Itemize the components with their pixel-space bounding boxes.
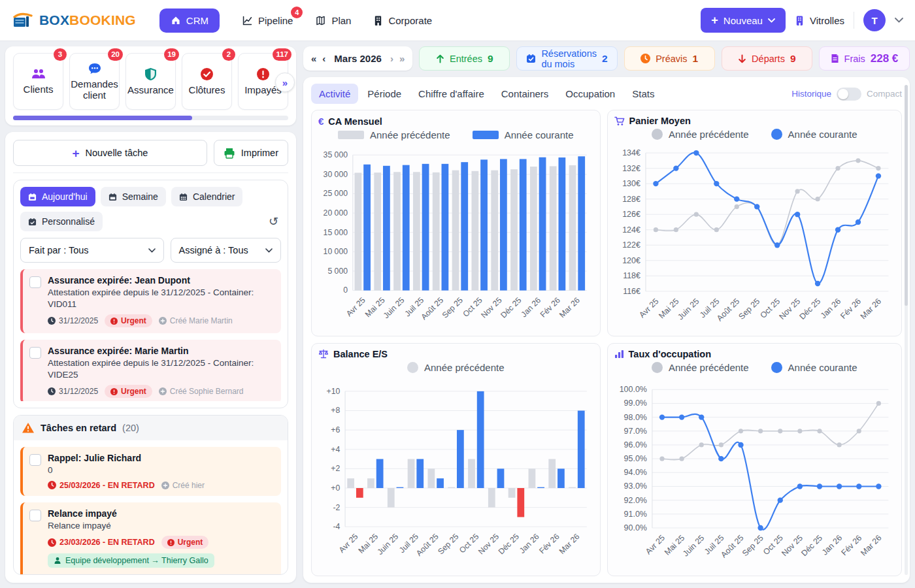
task-item[interactable]: Assurance expirée: Marie Martin Attestat… bbox=[20, 340, 281, 401]
nav-item-plan[interactable]: Plan bbox=[315, 15, 351, 26]
tab-stats[interactable]: Stats bbox=[624, 84, 662, 104]
reservations-badge[interactable]: Réservations du mois 2 bbox=[516, 46, 617, 71]
svg-text:Jan 26: Jan 26 bbox=[519, 295, 542, 319]
panel-scrollbar-thumb[interactable] bbox=[905, 85, 908, 306]
boxbooking-logo[interactable]: BOXBOOKING bbox=[12, 12, 136, 29]
assigne-select[interactable]: Assigné à : Tous bbox=[171, 238, 281, 263]
svg-text:30 000: 30 000 bbox=[324, 170, 348, 179]
task-checkbox[interactable] bbox=[29, 276, 41, 288]
urgent-badge: Urgent bbox=[105, 385, 152, 398]
preavis-badge[interactable]: Préavis 1 bbox=[624, 46, 715, 71]
task-description: Attestation expirée depuis le 31/12/2025… bbox=[48, 357, 274, 380]
taux-occupation-chart: 90.0%91.0%92.0%93.0%94.0%95.0%96.0%97.0%… bbox=[614, 373, 895, 573]
line-chart-icon bbox=[242, 15, 253, 26]
history-icon[interactable]: ↺ bbox=[269, 216, 278, 227]
historique-compact-toggle[interactable] bbox=[837, 88, 861, 101]
next-year-button[interactable]: » bbox=[399, 53, 405, 64]
task-checkbox[interactable] bbox=[29, 454, 41, 466]
new-button[interactable]: + Nouveau bbox=[701, 8, 786, 33]
svg-text:Sep 25: Sep 25 bbox=[737, 297, 761, 321]
view-tab-aujourdhui[interactable]: Aujourd'hui bbox=[20, 187, 95, 206]
late-section-count: (20) bbox=[122, 423, 139, 433]
svg-text:Nov 25: Nov 25 bbox=[780, 533, 805, 558]
task-created: Créé hier bbox=[161, 481, 205, 490]
task-title: Assurance expirée: Marie Martin bbox=[48, 346, 274, 356]
print-button[interactable]: Imprimer bbox=[214, 140, 288, 166]
task-item[interactable]: Assurance expirée: Jean Dupont Attestati… bbox=[20, 269, 281, 333]
prev-year-button[interactable]: « bbox=[311, 53, 316, 64]
next-month-button[interactable]: › bbox=[390, 53, 393, 64]
top-navbar: BOXBOOKING CRM Pipeline 4 Plan Corporate… bbox=[0, 0, 915, 41]
task-title: Assurance expirée: Jean Dupont bbox=[48, 275, 274, 286]
tab-periode[interactable]: Période bbox=[359, 84, 409, 104]
avatar[interactable]: T bbox=[863, 9, 886, 31]
svg-text:Fév 26: Fév 26 bbox=[839, 533, 863, 557]
stat-label: Clients bbox=[24, 84, 54, 95]
stat-label: Demandes client bbox=[70, 79, 119, 101]
frais-badge[interactable]: Frais 228 € bbox=[819, 46, 910, 71]
stat-clients[interactable]: 3 Clients bbox=[13, 53, 63, 110]
svg-text:Nov 25: Nov 25 bbox=[476, 532, 501, 556]
nav-label: Plan bbox=[331, 15, 351, 26]
task-checkbox[interactable] bbox=[29, 347, 41, 359]
stats-scrollbar-thumb[interactable] bbox=[13, 116, 192, 120]
nav-item-crm[interactable]: CRM bbox=[159, 8, 220, 33]
ca-mensuel-chart: 05 00010 00015 00020 00025 00030 00035 0… bbox=[318, 140, 593, 333]
euro-icon: € bbox=[318, 116, 324, 127]
task-item[interactable]: Rappel: Julie Richard 0 25/03/2026 - EN … bbox=[20, 447, 281, 496]
svg-text:99.0%: 99.0% bbox=[624, 399, 646, 408]
alert-icon bbox=[110, 318, 118, 325]
svg-text:+2: +2 bbox=[331, 464, 340, 473]
urgent-badge: Urgent bbox=[105, 314, 152, 327]
svg-text:Déc 25: Déc 25 bbox=[799, 533, 824, 558]
tab-containers[interactable]: Containers bbox=[493, 84, 557, 104]
stat-clotures[interactable]: 2 Clôtures bbox=[182, 53, 232, 110]
task-item[interactable]: Relance impayé Relance impayé 23/03/2026… bbox=[20, 502, 281, 575]
chart-legend: Année précédenteAnnée courante bbox=[318, 129, 593, 140]
chat-icon bbox=[88, 62, 102, 75]
view-tab-personnalise[interactable]: Personnalisé bbox=[20, 212, 103, 231]
panel-scrollbar[interactable] bbox=[905, 85, 908, 575]
svg-text:Nov 25: Nov 25 bbox=[777, 297, 802, 321]
svg-text:0: 0 bbox=[343, 286, 348, 295]
location-selector[interactable]: Vitrolles bbox=[795, 15, 844, 26]
svg-text:Jan 26: Jan 26 bbox=[818, 297, 842, 320]
view-tab-semaine[interactable]: Semaine bbox=[101, 187, 166, 206]
entrees-badge[interactable]: Entrées 9 bbox=[419, 46, 510, 71]
building-icon bbox=[373, 15, 383, 26]
view-tab-calendrier[interactable]: Calendrier bbox=[171, 187, 243, 206]
svg-text:Avr 25: Avr 25 bbox=[643, 533, 666, 556]
stat-demandes-client[interactable]: 20 Demandes client bbox=[69, 53, 120, 110]
svg-text:Avr 25: Avr 25 bbox=[637, 297, 660, 319]
balance-es-card: Balance E/S Année précédente -4-2+0+2+4+… bbox=[311, 343, 601, 576]
arrow-up-icon bbox=[436, 54, 444, 63]
prev-month-button[interactable]: ‹ bbox=[322, 53, 325, 64]
departs-badge[interactable]: Départs 9 bbox=[722, 46, 812, 71]
tab-activite[interactable]: Activité bbox=[311, 84, 358, 104]
svg-text:91.0%: 91.0% bbox=[624, 510, 646, 519]
nav-label: CRM bbox=[186, 15, 208, 26]
badge-value: 228 € bbox=[871, 52, 899, 65]
legend-swatch bbox=[771, 129, 782, 140]
stats-scrollbar[interactable] bbox=[13, 116, 288, 120]
nav-item-pipeline[interactable]: Pipeline 4 bbox=[242, 15, 293, 26]
svg-text:122€: 122€ bbox=[622, 240, 640, 250]
legend-label: Année précédente bbox=[424, 362, 505, 373]
task-checkbox[interactable] bbox=[29, 510, 41, 521]
fait-par-value: Fait par : Tous bbox=[29, 245, 89, 255]
new-task-label: Nouvelle tâche bbox=[85, 148, 148, 158]
nav-item-corporate[interactable]: Corporate bbox=[373, 15, 432, 26]
new-task-button[interactable]: + Nouvelle tâche bbox=[13, 140, 207, 166]
chart-title: Panier Moyen bbox=[629, 116, 691, 126]
svg-text:Déc 25: Déc 25 bbox=[499, 295, 523, 319]
fait-par-select[interactable]: Fait par : Tous bbox=[20, 238, 164, 263]
tab-chiffre-daffaire[interactable]: Chiffre d'affaire bbox=[410, 84, 492, 104]
clients-icon bbox=[30, 67, 47, 80]
account-chevron-down-icon[interactable] bbox=[895, 18, 903, 23]
tab-occupation[interactable]: Occupation bbox=[557, 84, 623, 104]
chart-title: CA Mensuel bbox=[328, 116, 382, 127]
svg-text:-4: -4 bbox=[333, 522, 340, 531]
stat-assurance[interactable]: 19 Assurance bbox=[125, 53, 176, 110]
stats-expand-button[interactable]: » bbox=[275, 73, 295, 92]
legend-item: Année courante bbox=[771, 129, 857, 140]
